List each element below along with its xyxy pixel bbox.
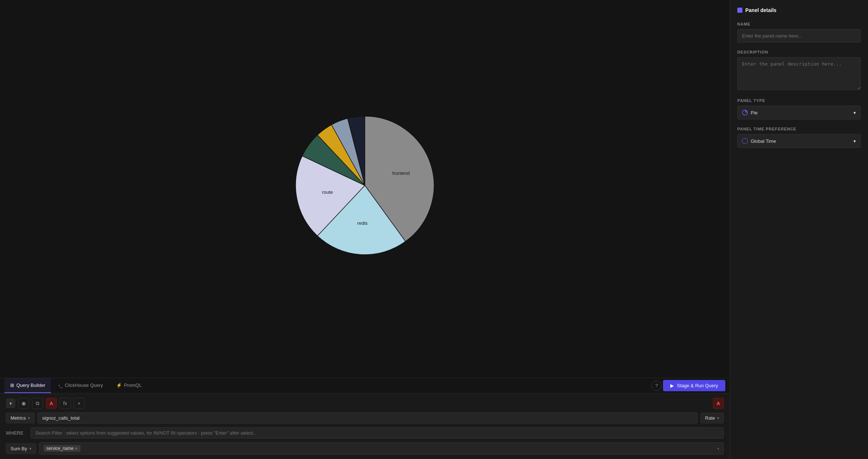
rate-label: Rate [705,415,715,421]
main-area: frontendredisroute ⊞ Query Builder ›_ Cl… [0,0,730,459]
collapse-button[interactable]: ▾ [6,399,15,408]
metrics-row: Metrics ▾ Rate ▾ [6,412,724,424]
sumby-tag-remove[interactable]: × [75,446,77,451]
panel-type-select-inner: Pie [742,110,758,115]
svg-text:redis: redis [357,220,368,225]
query-panel: ⊞ Query Builder ›_ ClickHouse Query ⚡ Pr… [0,378,730,459]
panel-time-arrow: ▾ [853,138,856,144]
help-icon: ? [655,383,658,388]
name-field-label: NAME [737,22,861,26]
pie-chart-container: frontendredisroute [270,105,459,273]
copy-icon: ⧉ [36,400,39,407]
where-label: WHERE [6,430,28,436]
tab-bar: ⊞ Query Builder ›_ ClickHouse Query ⚡ Pr… [0,378,730,393]
clickhouse-icon: ›_ [58,382,63,388]
query-id-text: A [717,401,720,406]
metrics-chevron: ▾ [28,416,30,420]
plus-icon: + [78,400,80,406]
copy-button[interactable]: ⧉ [32,398,43,409]
metric-name-input[interactable] [38,412,698,424]
promql-icon: ⚡ [116,382,122,388]
query-builder-icon: ⊞ [10,382,14,388]
description-field-group: DESCRIPTION [737,50,861,91]
chevron-down-icon: ▾ [9,401,12,406]
panel-time-value: Global Time [751,138,776,144]
rate-select[interactable]: Rate ▾ [701,413,724,423]
rate-chevron: ▾ [717,416,719,420]
sumby-tag: service_name × [44,445,80,452]
panel-type-select[interactable]: Pie ▾ [737,106,861,119]
add-query-button[interactable]: + [74,398,84,409]
tab-promql[interactable]: ⚡ PromQL [110,378,147,393]
label-a-text: A [50,401,53,406]
tab-query-builder[interactable]: ⊞ Query Builder [4,378,51,393]
name-field-group: NAME [737,22,861,43]
tab-clickhouse-label: ClickHouse Query [65,382,103,388]
svg-text:frontend: frontend [392,170,410,176]
name-input[interactable] [737,29,861,43]
tag-dropdown-arrow: ▾ [717,447,719,451]
visibility-button[interactable]: ◉ [18,398,29,409]
panel-time-select[interactable]: Global Time ▾ [737,134,861,148]
where-row: WHERE [6,427,724,439]
panel-time-label: PANEL TIME PREFERENCE [737,127,861,131]
query-controls: ▾ ◉ ⧉ A fx + A [0,393,730,459]
filter-input[interactable] [31,427,724,439]
run-query-label: Stage & Run Query [677,383,718,388]
pie-chart: frontendredisroute [274,109,456,269]
chart-area: frontendredisroute [0,0,730,378]
right-panel: Panel details NAME DESCRIPTION PANEL TYP… [730,0,868,459]
help-button[interactable]: ? [651,381,662,391]
panel-type-label: PANEL TYPE [737,98,861,103]
fx-icon: fx [63,400,67,406]
panel-type-arrow: ▾ [853,110,856,115]
sumby-tag-input[interactable]: service_name × ▾ [39,442,724,455]
sumby-tag-label: service_name [47,446,74,451]
panel-details-header: Panel details [737,7,861,13]
sumby-chevron: ▾ [29,447,31,451]
globe-icon [742,138,748,144]
panel-header-icon [737,8,742,13]
pie-chart-icon [742,110,748,115]
eye-icon: ◉ [21,400,26,406]
formula-button[interactable]: fx [60,398,71,409]
query-id-badge[interactable]: A [713,398,724,409]
play-icon: ▶ [670,383,674,388]
query-row-controls: ▾ ◉ ⧉ A fx + A [6,398,724,409]
metrics-label: Metrics [11,415,26,421]
panel-time-select-inner: Global Time [742,138,776,144]
tab-query-builder-label: Query Builder [16,382,45,388]
panel-type-value: Pie [751,110,758,115]
svg-text:route: route [322,189,333,195]
tab-promql-label: PromQL [124,382,142,388]
panel-details-title: Panel details [745,7,777,13]
sumby-select[interactable]: Sum By ▾ [6,443,36,454]
sumby-row: Sum By ▾ service_name × ▾ [6,442,724,455]
run-query-button[interactable]: ▶ Stage & Run Query [663,380,725,391]
description-textarea[interactable] [737,57,861,90]
tab-clickhouse-query[interactable]: ›_ ClickHouse Query [52,378,108,393]
sumby-label: Sum By [11,446,27,451]
label-a-button[interactable]: A [46,398,57,409]
metrics-select[interactable]: Metrics ▾ [6,413,35,423]
panel-type-field-group: PANEL TYPE Pie ▾ [737,98,861,119]
description-field-label: DESCRIPTION [737,50,861,54]
panel-time-field-group: PANEL TIME PREFERENCE Global Time ▾ [737,127,861,148]
